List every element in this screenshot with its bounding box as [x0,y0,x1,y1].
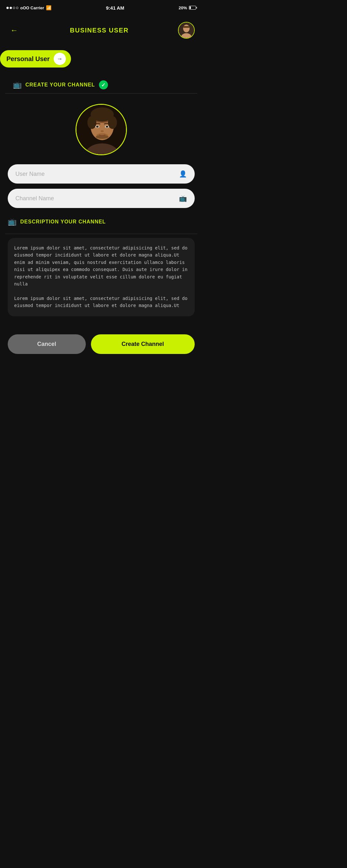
channelname-input[interactable] [15,195,179,202]
signal-icon [6,7,18,9]
battery-body [189,6,196,10]
username-field-container[interactable]: 👤 [8,164,195,184]
svg-point-10 [87,116,96,129]
create-channel-check: ✓ [99,81,108,89]
page-title: BUSINESS USER [70,27,129,34]
create-channel-tv-icon: 📺 [13,81,22,89]
back-button[interactable]: ← [8,25,21,36]
header: ← BUSINESS USER [0,17,202,44]
personal-user-toggle[interactable]: Personal User → [0,50,71,67]
avatar-image [179,23,194,38]
create-channel-title: CREATE YOUR CHANNEL [25,82,95,88]
status-left: oOO Carrier 📶 [6,5,52,10]
header-avatar[interactable] [178,22,195,38]
description-textarea-container[interactable] [8,238,195,316]
battery-fill [190,6,191,9]
profile-large-avatar[interactable] [75,104,127,155]
user-icon: 👤 [179,170,187,178]
profile-large-svg [76,105,127,155]
description-tv-icon: 📺 [8,218,17,226]
svg-point-16 [101,130,104,132]
signal-dot-4 [16,7,18,9]
check-icon: ✓ [101,82,105,88]
toggle-arrow-icon: → [54,53,66,65]
signal-dot-2 [10,7,12,9]
cancel-button[interactable]: Cancel [8,334,86,354]
svg-point-1 [183,25,190,32]
description-section-header: 📺 DESCRIPTION YOUR CHANNEL [5,214,197,234]
status-bar: oOO Carrier 📶 9:41 AM 20% [0,0,202,14]
toggle-label: Personal User [6,55,50,63]
battery-percentage: 20% [179,5,187,10]
input-fields-section: 👤 📺 [0,164,202,208]
toggle-container: Personal User → [0,50,202,67]
status-right: 20% [179,5,196,10]
profile-large-container [0,94,202,164]
description-title: DESCRIPTION YOUR CHANNEL [20,219,106,225]
channel-icon: 📺 [179,194,187,202]
status-time: 9:41 AM [106,5,124,10]
svg-rect-3 [183,26,190,28]
description-textarea[interactable] [14,244,188,309]
svg-point-11 [108,116,117,129]
bottom-buttons: Cancel Create Channel [0,324,202,367]
avatar-svg [179,22,194,38]
carrier-label: oOO Carrier [20,5,44,10]
battery-icon [189,6,196,10]
create-channel-section-header: 📺 CREATE YOUR CHANNEL ✓ [5,74,197,94]
signal-dot-3 [13,7,15,9]
username-input[interactable] [15,171,179,178]
channelname-field-container[interactable]: 📺 [8,189,195,208]
signal-dot-1 [6,7,9,9]
svg-point-15 [106,126,108,128]
svg-point-13 [96,126,99,128]
create-channel-button[interactable]: Create Channel [91,334,195,354]
wifi-icon: 📶 [46,5,52,10]
